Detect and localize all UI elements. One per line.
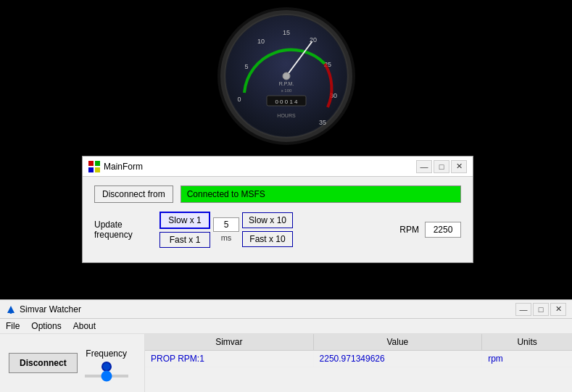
tachometer-area: 0 5 10 15 20 25 30 35 R.P.M. x 100 0 0 0… — [0, 0, 572, 152]
freq-buttons-left: Slow x 1 Fast x 1 — [159, 212, 210, 248]
fast-x1-button[interactable]: Fast x 1 — [159, 232, 210, 248]
svg-text:0: 0 — [237, 96, 241, 103]
simvar-app-icon — [6, 304, 16, 314]
menu-file[interactable]: File — [6, 321, 20, 331]
frequency-label: Frequency — [86, 349, 127, 359]
header-value: Value — [314, 334, 483, 350]
main-form-window: MainForm — □ ✕ Disconnect from Connected… — [82, 156, 473, 263]
update-frequency-label: Update frequency — [94, 220, 159, 240]
simvar-watcher-window: Simvar Watcher — □ ✕ File Options About … — [0, 299, 572, 392]
simvar-menu: File Options About — [0, 319, 572, 334]
fast-x10-button[interactable]: Fast x 10 — [242, 231, 293, 247]
menu-options[interactable]: Options — [31, 321, 61, 331]
slow-x10-button[interactable]: Slow x 10 — [242, 212, 293, 228]
svg-rect-19 — [95, 161, 100, 166]
svg-rect-21 — [95, 167, 100, 172]
simvar-table: Simvar Value Units PROP RPM:1 2250.97134… — [145, 334, 572, 392]
simvar-body: Disconnect Frequency Simvar Value Units … — [0, 334, 572, 392]
frequency-row: Update frequency Slow x 1 Fast x 1 ms Sl… — [94, 212, 461, 248]
svg-text:0 0 0 1 4: 0 0 0 1 4 — [275, 99, 298, 105]
menu-about[interactable]: About — [73, 321, 96, 331]
svg-text:10: 10 — [257, 38, 264, 45]
app-icon — [88, 161, 100, 172]
ms-value-input[interactable] — [213, 217, 239, 232]
simvar-title-left: Simvar Watcher — [6, 304, 81, 314]
disconnect-from-button[interactable]: Disconnect from — [94, 185, 173, 203]
main-form-titlebar: MainForm — □ ✕ — [83, 157, 473, 177]
connection-status: Connected to MSFS — [181, 185, 461, 203]
header-units: Units — [482, 334, 572, 350]
connection-row: Disconnect from Connected to MSFS — [94, 185, 461, 203]
simvar-disconnect-button[interactable]: Disconnect — [9, 353, 78, 373]
minimize-button[interactable]: — — [416, 160, 432, 173]
rpm-section: RPM 2250 — [399, 222, 461, 238]
row-simvar: PROP RPM:1 — [145, 351, 314, 367]
svg-point-23 — [9, 311, 12, 314]
simvar-minimize-button[interactable]: — — [515, 303, 531, 316]
svg-point-17 — [283, 72, 290, 80]
tachometer-gauge: 0 5 10 15 20 25 30 35 R.P.M. x 100 0 0 0… — [217, 7, 355, 145]
slow-x1-button[interactable]: Slow x 1 — [159, 212, 210, 229]
ms-label: ms — [221, 233, 232, 242]
titlebar-controls: — □ ✕ — [416, 160, 467, 173]
svg-text:x 100: x 100 — [281, 88, 291, 93]
simvar-left-panel: Disconnect Frequency — [0, 334, 145, 392]
simvar-close-button[interactable]: ✕ — [550, 303, 566, 316]
svg-rect-20 — [88, 167, 94, 172]
svg-text:5: 5 — [244, 63, 248, 70]
simvar-table-header: Simvar Value Units — [145, 334, 572, 351]
rpm-label: RPM — [399, 225, 419, 235]
simvar-title: Simvar Watcher — [20, 304, 81, 314]
simvar-maximize-button[interactable]: □ — [533, 303, 549, 316]
maximize-button[interactable]: □ — [434, 160, 449, 173]
frequency-group: Frequency — [85, 349, 128, 378]
main-form-title: MainForm — [104, 162, 143, 172]
rpm-value: 2250 — [425, 222, 461, 238]
row-units: rpm — [482, 351, 572, 367]
header-simvar: Simvar — [145, 334, 314, 350]
svg-text:35: 35 — [318, 119, 326, 126]
close-button[interactable]: ✕ — [451, 160, 467, 173]
main-form-content: Disconnect from Connected to MSFS Update… — [83, 177, 473, 262]
table-row: PROP RPM:1 2250.971349626 rpm — [145, 351, 572, 367]
svg-text:R.P.M.: R.P.M. — [278, 81, 294, 86]
svg-text:HOURS: HOURS — [277, 113, 296, 118]
titlebar-left: MainForm — [88, 161, 143, 172]
freq-buttons-right: Slow x 10 Fast x 10 — [242, 212, 293, 247]
svg-rect-18 — [88, 161, 94, 166]
simvar-controls: — □ ✕ — [515, 303, 566, 316]
frequency-slider[interactable] — [85, 375, 128, 378]
svg-text:15: 15 — [282, 29, 289, 36]
simvar-titlebar: Simvar Watcher — □ ✕ — [0, 300, 572, 319]
row-value: 2250.971349626 — [314, 351, 483, 367]
freq-center: ms — [213, 217, 239, 242]
